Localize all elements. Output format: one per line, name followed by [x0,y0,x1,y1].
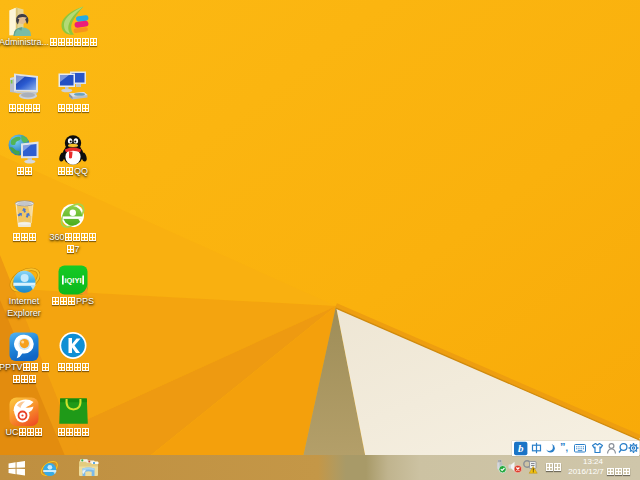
svg-text:iQIYI: iQIYI [64,276,81,285]
svg-text:b: b [518,442,524,454]
svg-text:”,: ”, [560,441,568,453]
